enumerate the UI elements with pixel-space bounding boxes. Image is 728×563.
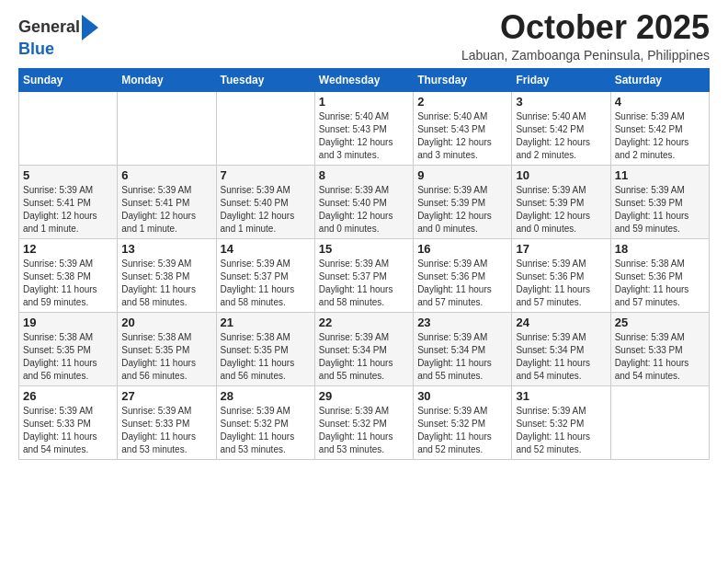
day-info: Sunrise: 5:38 AM Sunset: 5:36 PM Dayligh… xyxy=(615,258,705,309)
day-number: 11 xyxy=(615,168,705,182)
day-info: Sunrise: 5:39 AM Sunset: 5:33 PM Dayligh… xyxy=(23,405,113,456)
day-info: Sunrise: 5:39 AM Sunset: 5:36 PM Dayligh… xyxy=(417,258,507,309)
day-info: Sunrise: 5:39 AM Sunset: 5:36 PM Dayligh… xyxy=(516,258,606,309)
day-info: Sunrise: 5:39 AM Sunset: 5:33 PM Dayligh… xyxy=(615,331,705,383)
calendar-cell xyxy=(216,91,314,165)
day-info: Sunrise: 5:39 AM Sunset: 5:42 PM Dayligh… xyxy=(615,110,705,162)
day-info: Sunrise: 5:40 AM Sunset: 5:43 PM Dayligh… xyxy=(417,110,507,162)
header-wednesday: Wednesday xyxy=(314,68,413,91)
day-info: Sunrise: 5:40 AM Sunset: 5:43 PM Dayligh… xyxy=(319,110,409,162)
calendar-cell: 7Sunrise: 5:39 AM Sunset: 5:40 PM Daylig… xyxy=(216,165,314,238)
day-info: Sunrise: 5:39 AM Sunset: 5:39 PM Dayligh… xyxy=(417,184,507,236)
calendar-cell: 24Sunrise: 5:39 AM Sunset: 5:34 PM Dayli… xyxy=(512,312,610,385)
calendar-cell xyxy=(610,385,709,459)
calendar-cell: 5Sunrise: 5:39 AM Sunset: 5:41 PM Daylig… xyxy=(19,165,118,238)
day-number: 22 xyxy=(319,316,409,329)
day-info: Sunrise: 5:39 AM Sunset: 5:32 PM Dayligh… xyxy=(516,405,606,456)
day-info: Sunrise: 5:39 AM Sunset: 5:34 PM Dayligh… xyxy=(319,331,409,383)
calendar-cell: 21Sunrise: 5:38 AM Sunset: 5:35 PM Dayli… xyxy=(216,312,314,385)
calendar-cell: 16Sunrise: 5:39 AM Sunset: 5:36 PM Dayli… xyxy=(414,238,512,312)
calendar-cell: 27Sunrise: 5:39 AM Sunset: 5:33 PM Dayli… xyxy=(118,385,216,459)
day-info: Sunrise: 5:38 AM Sunset: 5:35 PM Dayligh… xyxy=(221,331,311,383)
day-number: 7 xyxy=(221,168,311,182)
day-number: 12 xyxy=(23,242,113,256)
day-number: 29 xyxy=(319,389,409,403)
day-number: 28 xyxy=(221,389,311,403)
day-info: Sunrise: 5:39 AM Sunset: 5:32 PM Dayligh… xyxy=(221,405,311,456)
day-number: 30 xyxy=(417,389,507,403)
week-row-3: 19Sunrise: 5:38 AM Sunset: 5:35 PM Dayli… xyxy=(19,312,710,385)
header-monday: Monday xyxy=(118,68,216,91)
calendar-cell: 1Sunrise: 5:40 AM Sunset: 5:43 PM Daylig… xyxy=(314,91,413,165)
title-block: October 2025 Labuan, Zamboanga Peninsula… xyxy=(461,9,710,63)
calendar-cell xyxy=(19,91,118,165)
calendar-cell: 8Sunrise: 5:39 AM Sunset: 5:40 PM Daylig… xyxy=(314,165,413,238)
day-number: 9 xyxy=(417,168,507,182)
calendar-cell: 23Sunrise: 5:39 AM Sunset: 5:34 PM Dayli… xyxy=(414,312,512,385)
day-number: 31 xyxy=(516,389,606,403)
calendar-cell: 26Sunrise: 5:39 AM Sunset: 5:33 PM Dayli… xyxy=(19,385,118,459)
calendar-cell: 11Sunrise: 5:39 AM Sunset: 5:39 PM Dayli… xyxy=(610,165,709,238)
day-number: 15 xyxy=(319,242,409,256)
calendar-cell: 28Sunrise: 5:39 AM Sunset: 5:32 PM Dayli… xyxy=(216,385,314,459)
day-number: 26 xyxy=(23,389,113,403)
day-info: Sunrise: 5:39 AM Sunset: 5:40 PM Dayligh… xyxy=(319,184,409,236)
day-number: 23 xyxy=(417,316,507,329)
day-info: Sunrise: 5:39 AM Sunset: 5:37 PM Dayligh… xyxy=(319,258,409,309)
svg-marker-0 xyxy=(82,15,98,40)
day-info: Sunrise: 5:39 AM Sunset: 5:32 PM Dayligh… xyxy=(417,405,507,456)
calendar: Sunday Monday Tuesday Wednesday Thursday… xyxy=(18,68,710,460)
day-info: Sunrise: 5:39 AM Sunset: 5:32 PM Dayligh… xyxy=(319,405,409,456)
day-number: 21 xyxy=(221,316,311,329)
calendar-cell: 12Sunrise: 5:39 AM Sunset: 5:38 PM Dayli… xyxy=(19,238,118,312)
day-number: 4 xyxy=(615,95,705,109)
day-number: 2 xyxy=(417,95,507,109)
day-number: 27 xyxy=(121,389,211,403)
day-number: 13 xyxy=(121,242,211,256)
day-info: Sunrise: 5:39 AM Sunset: 5:41 PM Dayligh… xyxy=(23,184,113,236)
calendar-cell: 20Sunrise: 5:38 AM Sunset: 5:35 PM Dayli… xyxy=(118,312,216,385)
day-number: 25 xyxy=(615,316,705,329)
header-thursday: Thursday xyxy=(414,68,512,91)
calendar-cell: 22Sunrise: 5:39 AM Sunset: 5:34 PM Dayli… xyxy=(314,312,413,385)
day-number: 16 xyxy=(417,242,507,256)
day-info: Sunrise: 5:40 AM Sunset: 5:42 PM Dayligh… xyxy=(516,110,606,162)
month-title: October 2025 xyxy=(461,9,710,46)
calendar-cell: 30Sunrise: 5:39 AM Sunset: 5:32 PM Dayli… xyxy=(414,385,512,459)
calendar-cell: 29Sunrise: 5:39 AM Sunset: 5:32 PM Dayli… xyxy=(314,385,413,459)
calendar-cell: 4Sunrise: 5:39 AM Sunset: 5:42 PM Daylig… xyxy=(610,91,709,165)
day-info: Sunrise: 5:39 AM Sunset: 5:38 PM Dayligh… xyxy=(121,258,211,309)
day-number: 8 xyxy=(319,168,409,182)
day-number: 17 xyxy=(516,242,606,256)
day-info: Sunrise: 5:39 AM Sunset: 5:33 PM Dayligh… xyxy=(121,405,211,456)
week-row-4: 26Sunrise: 5:39 AM Sunset: 5:33 PM Dayli… xyxy=(19,385,710,459)
calendar-cell: 2Sunrise: 5:40 AM Sunset: 5:43 PM Daylig… xyxy=(414,91,512,165)
week-row-1: 5Sunrise: 5:39 AM Sunset: 5:41 PM Daylig… xyxy=(19,165,710,238)
logo-blue-text: Blue xyxy=(18,40,54,58)
header-saturday: Saturday xyxy=(610,68,709,91)
day-info: Sunrise: 5:39 AM Sunset: 5:34 PM Dayligh… xyxy=(417,331,507,383)
logo-general-text: General xyxy=(18,18,80,37)
calendar-cell: 19Sunrise: 5:38 AM Sunset: 5:35 PM Dayli… xyxy=(19,312,118,385)
day-number: 3 xyxy=(516,95,606,109)
page: General Blue October 2025 Labuan, Zamboa… xyxy=(0,0,728,563)
weekday-header-row: Sunday Monday Tuesday Wednesday Thursday… xyxy=(19,68,710,91)
calendar-cell: 10Sunrise: 5:39 AM Sunset: 5:39 PM Dayli… xyxy=(512,165,610,238)
header: General Blue October 2025 Labuan, Zamboa… xyxy=(18,9,710,63)
header-friday: Friday xyxy=(512,68,610,91)
day-info: Sunrise: 5:39 AM Sunset: 5:41 PM Dayligh… xyxy=(121,184,211,236)
day-info: Sunrise: 5:39 AM Sunset: 5:39 PM Dayligh… xyxy=(516,184,606,236)
day-number: 24 xyxy=(516,316,606,329)
day-info: Sunrise: 5:39 AM Sunset: 5:37 PM Dayligh… xyxy=(221,258,311,309)
day-number: 1 xyxy=(319,95,409,109)
calendar-cell: 9Sunrise: 5:39 AM Sunset: 5:39 PM Daylig… xyxy=(414,165,512,238)
day-info: Sunrise: 5:39 AM Sunset: 5:40 PM Dayligh… xyxy=(221,184,311,236)
calendar-cell xyxy=(118,91,216,165)
day-number: 10 xyxy=(516,168,606,182)
calendar-cell: 3Sunrise: 5:40 AM Sunset: 5:42 PM Daylig… xyxy=(512,91,610,165)
calendar-cell: 14Sunrise: 5:39 AM Sunset: 5:37 PM Dayli… xyxy=(216,238,314,312)
day-info: Sunrise: 5:38 AM Sunset: 5:35 PM Dayligh… xyxy=(23,331,113,383)
header-tuesday: Tuesday xyxy=(216,68,314,91)
day-number: 18 xyxy=(615,242,705,256)
logo: General Blue xyxy=(18,15,98,59)
